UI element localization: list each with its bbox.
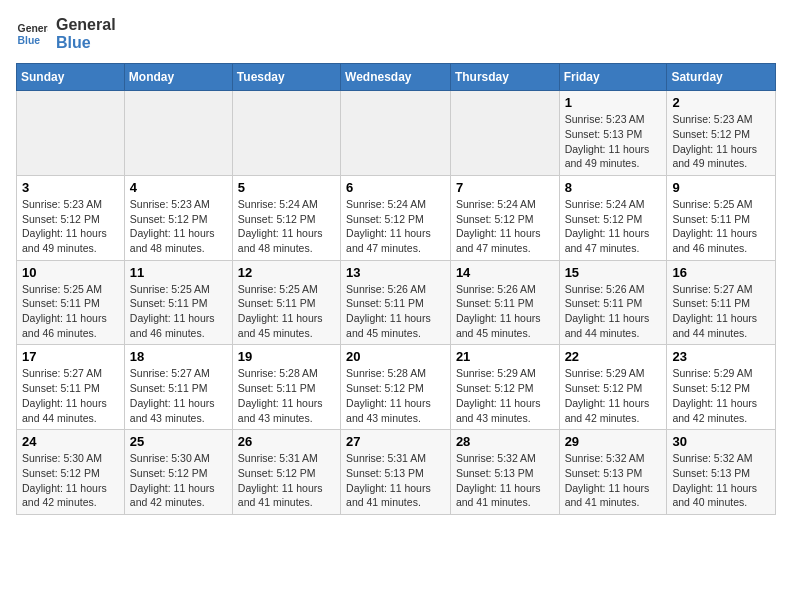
day-number: 14 — [456, 265, 554, 280]
day-info: Sunrise: 5:24 AMSunset: 5:12 PMDaylight:… — [238, 198, 323, 254]
calendar-cell: 7 Sunrise: 5:24 AMSunset: 5:12 PMDayligh… — [450, 175, 559, 260]
logo-icon: General Blue — [16, 18, 48, 50]
day-number: 20 — [346, 349, 445, 364]
day-number: 6 — [346, 180, 445, 195]
day-info: Sunrise: 5:27 AMSunset: 5:11 PMDaylight:… — [672, 283, 757, 339]
day-info: Sunrise: 5:25 AMSunset: 5:11 PMDaylight:… — [238, 283, 323, 339]
calendar-cell: 24 Sunrise: 5:30 AMSunset: 5:12 PMDaylig… — [17, 430, 125, 515]
calendar-week-row: 17 Sunrise: 5:27 AMSunset: 5:11 PMDaylig… — [17, 345, 776, 430]
day-number: 21 — [456, 349, 554, 364]
calendar-cell — [341, 91, 451, 176]
day-number: 30 — [672, 434, 770, 449]
weekday-header: Thursday — [450, 64, 559, 91]
day-number: 10 — [22, 265, 119, 280]
calendar-cell: 2 Sunrise: 5:23 AMSunset: 5:12 PMDayligh… — [667, 91, 776, 176]
day-number: 17 — [22, 349, 119, 364]
day-info: Sunrise: 5:28 AMSunset: 5:11 PMDaylight:… — [238, 367, 323, 423]
day-info: Sunrise: 5:25 AMSunset: 5:11 PMDaylight:… — [22, 283, 107, 339]
calendar-cell: 11 Sunrise: 5:25 AMSunset: 5:11 PMDaylig… — [124, 260, 232, 345]
calendar-cell: 19 Sunrise: 5:28 AMSunset: 5:11 PMDaylig… — [232, 345, 340, 430]
calendar-cell: 15 Sunrise: 5:26 AMSunset: 5:11 PMDaylig… — [559, 260, 667, 345]
day-info: Sunrise: 5:27 AMSunset: 5:11 PMDaylight:… — [22, 367, 107, 423]
day-number: 8 — [565, 180, 662, 195]
calendar-cell: 18 Sunrise: 5:27 AMSunset: 5:11 PMDaylig… — [124, 345, 232, 430]
day-info: Sunrise: 5:31 AMSunset: 5:13 PMDaylight:… — [346, 452, 431, 508]
calendar-cell — [124, 91, 232, 176]
weekday-header: Saturday — [667, 64, 776, 91]
calendar-cell: 28 Sunrise: 5:32 AMSunset: 5:13 PMDaylig… — [450, 430, 559, 515]
day-number: 23 — [672, 349, 770, 364]
calendar-cell: 20 Sunrise: 5:28 AMSunset: 5:12 PMDaylig… — [341, 345, 451, 430]
calendar-cell: 17 Sunrise: 5:27 AMSunset: 5:11 PMDaylig… — [17, 345, 125, 430]
day-number: 7 — [456, 180, 554, 195]
calendar-cell: 23 Sunrise: 5:29 AMSunset: 5:12 PMDaylig… — [667, 345, 776, 430]
day-info: Sunrise: 5:27 AMSunset: 5:11 PMDaylight:… — [130, 367, 215, 423]
calendar-body: 1 Sunrise: 5:23 AMSunset: 5:13 PMDayligh… — [17, 91, 776, 515]
day-info: Sunrise: 5:30 AMSunset: 5:12 PMDaylight:… — [130, 452, 215, 508]
calendar-week-row: 10 Sunrise: 5:25 AMSunset: 5:11 PMDaylig… — [17, 260, 776, 345]
day-number: 26 — [238, 434, 335, 449]
day-number: 16 — [672, 265, 770, 280]
day-info: Sunrise: 5:26 AMSunset: 5:11 PMDaylight:… — [565, 283, 650, 339]
day-info: Sunrise: 5:32 AMSunset: 5:13 PMDaylight:… — [456, 452, 541, 508]
calendar-cell: 22 Sunrise: 5:29 AMSunset: 5:12 PMDaylig… — [559, 345, 667, 430]
weekday-header: Tuesday — [232, 64, 340, 91]
calendar-cell: 16 Sunrise: 5:27 AMSunset: 5:11 PMDaylig… — [667, 260, 776, 345]
day-number: 13 — [346, 265, 445, 280]
calendar-cell: 29 Sunrise: 5:32 AMSunset: 5:13 PMDaylig… — [559, 430, 667, 515]
weekday-header: Monday — [124, 64, 232, 91]
day-info: Sunrise: 5:23 AMSunset: 5:12 PMDaylight:… — [22, 198, 107, 254]
day-info: Sunrise: 5:26 AMSunset: 5:11 PMDaylight:… — [346, 283, 431, 339]
day-info: Sunrise: 5:29 AMSunset: 5:12 PMDaylight:… — [672, 367, 757, 423]
calendar-cell: 6 Sunrise: 5:24 AMSunset: 5:12 PMDayligh… — [341, 175, 451, 260]
calendar-cell: 9 Sunrise: 5:25 AMSunset: 5:11 PMDayligh… — [667, 175, 776, 260]
day-info: Sunrise: 5:25 AMSunset: 5:11 PMDaylight:… — [130, 283, 215, 339]
calendar-cell: 12 Sunrise: 5:25 AMSunset: 5:11 PMDaylig… — [232, 260, 340, 345]
day-number: 1 — [565, 95, 662, 110]
calendar-cell — [17, 91, 125, 176]
day-info: Sunrise: 5:23 AMSunset: 5:13 PMDaylight:… — [565, 113, 650, 169]
day-info: Sunrise: 5:23 AMSunset: 5:12 PMDaylight:… — [130, 198, 215, 254]
calendar-cell: 13 Sunrise: 5:26 AMSunset: 5:11 PMDaylig… — [341, 260, 451, 345]
day-number: 28 — [456, 434, 554, 449]
day-info: Sunrise: 5:32 AMSunset: 5:13 PMDaylight:… — [565, 452, 650, 508]
calendar-cell: 10 Sunrise: 5:25 AMSunset: 5:11 PMDaylig… — [17, 260, 125, 345]
weekday-header-row: SundayMondayTuesdayWednesdayThursdayFrid… — [17, 64, 776, 91]
weekday-header: Friday — [559, 64, 667, 91]
page-header: General Blue General Blue — [16, 16, 776, 51]
calendar-cell: 30 Sunrise: 5:32 AMSunset: 5:13 PMDaylig… — [667, 430, 776, 515]
day-number: 22 — [565, 349, 662, 364]
day-info: Sunrise: 5:25 AMSunset: 5:11 PMDaylight:… — [672, 198, 757, 254]
day-number: 25 — [130, 434, 227, 449]
weekday-header: Sunday — [17, 64, 125, 91]
day-number: 12 — [238, 265, 335, 280]
day-number: 3 — [22, 180, 119, 195]
calendar-week-row: 24 Sunrise: 5:30 AMSunset: 5:12 PMDaylig… — [17, 430, 776, 515]
calendar-table: SundayMondayTuesdayWednesdayThursdayFrid… — [16, 63, 776, 515]
logo-general: General — [56, 16, 116, 34]
day-number: 19 — [238, 349, 335, 364]
calendar-cell: 1 Sunrise: 5:23 AMSunset: 5:13 PMDayligh… — [559, 91, 667, 176]
weekday-header: Wednesday — [341, 64, 451, 91]
calendar-cell: 26 Sunrise: 5:31 AMSunset: 5:12 PMDaylig… — [232, 430, 340, 515]
day-number: 2 — [672, 95, 770, 110]
day-info: Sunrise: 5:31 AMSunset: 5:12 PMDaylight:… — [238, 452, 323, 508]
day-info: Sunrise: 5:30 AMSunset: 5:12 PMDaylight:… — [22, 452, 107, 508]
day-number: 11 — [130, 265, 227, 280]
day-info: Sunrise: 5:28 AMSunset: 5:12 PMDaylight:… — [346, 367, 431, 423]
day-number: 4 — [130, 180, 227, 195]
logo: General Blue General Blue — [16, 16, 116, 51]
day-number: 29 — [565, 434, 662, 449]
logo-blue: Blue — [56, 34, 116, 52]
day-info: Sunrise: 5:29 AMSunset: 5:12 PMDaylight:… — [456, 367, 541, 423]
calendar-cell: 4 Sunrise: 5:23 AMSunset: 5:12 PMDayligh… — [124, 175, 232, 260]
day-number: 27 — [346, 434, 445, 449]
calendar-cell — [232, 91, 340, 176]
day-info: Sunrise: 5:29 AMSunset: 5:12 PMDaylight:… — [565, 367, 650, 423]
svg-text:Blue: Blue — [18, 34, 41, 45]
calendar-cell — [450, 91, 559, 176]
day-number: 9 — [672, 180, 770, 195]
day-number: 5 — [238, 180, 335, 195]
calendar-cell: 27 Sunrise: 5:31 AMSunset: 5:13 PMDaylig… — [341, 430, 451, 515]
day-info: Sunrise: 5:24 AMSunset: 5:12 PMDaylight:… — [565, 198, 650, 254]
